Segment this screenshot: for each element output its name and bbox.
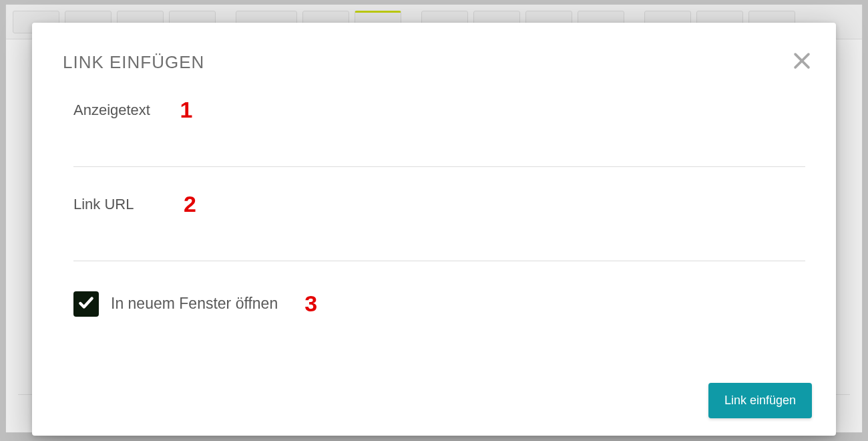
link-url-input[interactable] — [73, 229, 805, 261]
check-icon — [77, 294, 95, 314]
link-url-label: Link URL — [73, 196, 134, 213]
insert-link-button[interactable]: Link einfügen — [708, 383, 812, 418]
close-icon — [791, 49, 813, 72]
display-text-label: Anzeigetext — [73, 102, 150, 119]
new-window-row: In neuem Fenster öffnen 3 — [63, 291, 805, 317]
new-window-checkbox[interactable] — [73, 291, 99, 317]
new-window-label: In neuem Fenster öffnen — [111, 295, 278, 313]
close-button[interactable] — [791, 49, 813, 72]
annotation-3: 3 — [304, 291, 317, 317]
display-text-input[interactable] — [73, 135, 805, 167]
modal-title: LINK EINFÜGEN — [63, 52, 805, 73]
display-text-field: Anzeigetext 1 — [63, 97, 805, 167]
annotation-2: 2 — [184, 191, 196, 217]
annotation-1: 1 — [180, 97, 192, 123]
insert-link-modal: LINK EINFÜGEN Anzeigetext 1 Link URL 2 I… — [32, 23, 836, 436]
link-url-field: Link URL 2 — [63, 191, 805, 261]
modal-footer: Link einfügen — [708, 383, 812, 418]
